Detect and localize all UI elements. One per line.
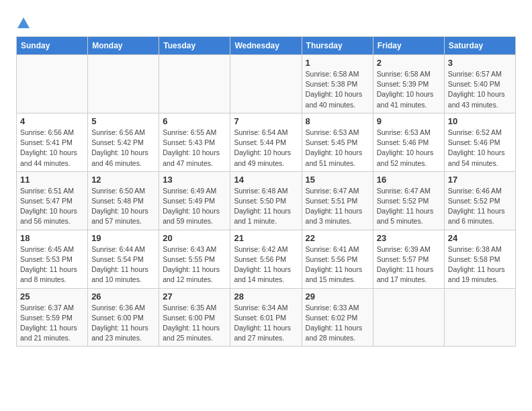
day-info: Sunrise: 6:45 AM Sunset: 5:53 PM Dayligh…	[20, 244, 84, 285]
calendar-cell: 13Sunrise: 6:49 AM Sunset: 5:49 PM Dayli…	[159, 171, 230, 230]
day-number: 18	[20, 233, 84, 243]
day-number: 26	[91, 291, 155, 302]
day-info: Sunrise: 6:50 AM Sunset: 5:48 PM Dayligh…	[91, 186, 155, 227]
calendar-week-row: 4Sunrise: 6:56 AM Sunset: 5:41 PM Daylig…	[17, 113, 516, 171]
day-info: Sunrise: 6:56 AM Sunset: 5:41 PM Dayligh…	[20, 128, 84, 169]
calendar-cell: 19Sunrise: 6:44 AM Sunset: 5:54 PM Dayli…	[88, 230, 159, 288]
calendar-cell: 16Sunrise: 6:47 AM Sunset: 5:52 PM Dayli…	[373, 171, 444, 230]
day-info: Sunrise: 6:58 AM Sunset: 5:38 PM Dayligh…	[306, 69, 369, 110]
day-number: 23	[377, 233, 441, 243]
day-number: 15	[306, 175, 369, 185]
day-number: 6	[163, 116, 226, 126]
header-day: Tuesday	[159, 37, 230, 55]
header	[16, 13, 516, 31]
calendar-cell	[159, 55, 230, 113]
header-day: Friday	[373, 37, 444, 55]
day-info: Sunrise: 6:39 AM Sunset: 5:57 PM Dayligh…	[377, 244, 441, 285]
calendar-cell: 21Sunrise: 6:42 AM Sunset: 5:56 PM Dayli…	[230, 230, 302, 288]
logo-icon	[16, 16, 31, 31]
day-number: 22	[306, 233, 369, 243]
calendar-cell: 7Sunrise: 6:54 AM Sunset: 5:44 PM Daylig…	[230, 113, 302, 171]
header-day: Thursday	[302, 37, 373, 55]
calendar-cell	[444, 288, 515, 347]
day-number: 25	[20, 291, 84, 302]
calendar-week-row: 18Sunrise: 6:45 AM Sunset: 5:53 PM Dayli…	[17, 230, 516, 288]
svg-marker-0	[17, 17, 30, 28]
day-number: 28	[234, 291, 298, 302]
calendar-cell: 25Sunrise: 6:37 AM Sunset: 5:59 PM Dayli…	[17, 288, 88, 347]
calendar-cell: 18Sunrise: 6:45 AM Sunset: 5:53 PM Dayli…	[17, 230, 88, 288]
calendar-cell: 26Sunrise: 6:36 AM Sunset: 6:00 PM Dayli…	[88, 288, 159, 347]
calendar-cell	[230, 55, 302, 113]
day-info: Sunrise: 6:57 AM Sunset: 5:40 PM Dayligh…	[448, 69, 512, 110]
day-info: Sunrise: 6:53 AM Sunset: 5:45 PM Dayligh…	[306, 128, 369, 169]
day-info: Sunrise: 6:53 AM Sunset: 5:46 PM Dayligh…	[377, 128, 441, 169]
day-number: 14	[234, 175, 298, 185]
day-number: 1	[306, 58, 369, 68]
day-info: Sunrise: 6:58 AM Sunset: 5:39 PM Dayligh…	[377, 69, 441, 110]
day-number: 13	[163, 175, 226, 185]
day-info: Sunrise: 6:56 AM Sunset: 5:42 PM Dayligh…	[91, 128, 155, 169]
calendar-cell: 8Sunrise: 6:53 AM Sunset: 5:45 PM Daylig…	[302, 113, 373, 171]
day-info: Sunrise: 6:44 AM Sunset: 5:54 PM Dayligh…	[91, 244, 155, 285]
day-info: Sunrise: 6:55 AM Sunset: 5:43 PM Dayligh…	[163, 128, 226, 169]
day-info: Sunrise: 6:34 AM Sunset: 6:01 PM Dayligh…	[234, 303, 298, 344]
day-number: 7	[234, 116, 298, 126]
calendar-cell: 17Sunrise: 6:46 AM Sunset: 5:52 PM Dayli…	[444, 171, 515, 230]
logo	[16, 16, 34, 31]
calendar-header: SundayMondayTuesdayWednesdayThursdayFrid…	[17, 37, 516, 55]
calendar-week-row: 25Sunrise: 6:37 AM Sunset: 5:59 PM Dayli…	[17, 288, 516, 347]
calendar-cell: 6Sunrise: 6:55 AM Sunset: 5:43 PM Daylig…	[159, 113, 230, 171]
calendar-cell: 23Sunrise: 6:39 AM Sunset: 5:57 PM Dayli…	[373, 230, 444, 288]
day-number: 20	[163, 233, 226, 243]
header-day: Sunday	[17, 37, 88, 55]
calendar-cell: 9Sunrise: 6:53 AM Sunset: 5:46 PM Daylig…	[373, 113, 444, 171]
day-info: Sunrise: 6:41 AM Sunset: 5:56 PM Dayligh…	[306, 244, 369, 285]
day-number: 19	[91, 233, 155, 243]
day-number: 3	[448, 58, 512, 68]
day-number: 9	[377, 116, 441, 126]
calendar-cell: 3Sunrise: 6:57 AM Sunset: 5:40 PM Daylig…	[444, 55, 515, 113]
calendar-cell: 15Sunrise: 6:47 AM Sunset: 5:51 PM Dayli…	[302, 171, 373, 230]
calendar-cell: 24Sunrise: 6:38 AM Sunset: 5:58 PM Dayli…	[444, 230, 515, 288]
header-day: Saturday	[444, 37, 515, 55]
calendar-cell: 28Sunrise: 6:34 AM Sunset: 6:01 PM Dayli…	[230, 288, 302, 347]
calendar-cell: 10Sunrise: 6:52 AM Sunset: 5:46 PM Dayli…	[444, 113, 515, 171]
day-info: Sunrise: 6:49 AM Sunset: 5:49 PM Dayligh…	[163, 186, 226, 227]
calendar-cell	[88, 55, 159, 113]
calendar-cell: 29Sunrise: 6:33 AM Sunset: 6:02 PM Dayli…	[302, 288, 373, 347]
day-info: Sunrise: 6:43 AM Sunset: 5:55 PM Dayligh…	[163, 244, 226, 285]
calendar-cell: 11Sunrise: 6:51 AM Sunset: 5:47 PM Dayli…	[17, 171, 88, 230]
day-number: 5	[91, 116, 155, 126]
day-number: 27	[163, 291, 226, 302]
calendar-cell	[17, 55, 88, 113]
day-info: Sunrise: 6:51 AM Sunset: 5:47 PM Dayligh…	[20, 186, 84, 227]
day-info: Sunrise: 6:38 AM Sunset: 5:58 PM Dayligh…	[448, 244, 512, 285]
calendar-week-row: 1Sunrise: 6:58 AM Sunset: 5:38 PM Daylig…	[17, 55, 516, 113]
day-number: 29	[306, 291, 369, 302]
day-info: Sunrise: 6:47 AM Sunset: 5:51 PM Dayligh…	[306, 186, 369, 227]
day-info: Sunrise: 6:33 AM Sunset: 6:02 PM Dayligh…	[306, 303, 369, 344]
calendar-cell: 14Sunrise: 6:48 AM Sunset: 5:50 PM Dayli…	[230, 171, 302, 230]
header-day: Wednesday	[230, 37, 302, 55]
day-number: 2	[377, 58, 441, 68]
day-number: 17	[448, 175, 512, 185]
calendar-cell: 1Sunrise: 6:58 AM Sunset: 5:38 PM Daylig…	[302, 55, 373, 113]
calendar-table: SundayMondayTuesdayWednesdayThursdayFrid…	[16, 36, 516, 347]
calendar-cell: 22Sunrise: 6:41 AM Sunset: 5:56 PM Dayli…	[302, 230, 373, 288]
day-number: 4	[20, 116, 84, 126]
day-number: 16	[377, 175, 441, 185]
day-info: Sunrise: 6:52 AM Sunset: 5:46 PM Dayligh…	[448, 128, 512, 169]
day-info: Sunrise: 6:48 AM Sunset: 5:50 PM Dayligh…	[234, 186, 298, 227]
day-number: 8	[306, 116, 369, 126]
calendar-cell: 2Sunrise: 6:58 AM Sunset: 5:39 PM Daylig…	[373, 55, 444, 113]
calendar-cell: 27Sunrise: 6:35 AM Sunset: 6:00 PM Dayli…	[159, 288, 230, 347]
calendar-cell: 5Sunrise: 6:56 AM Sunset: 5:42 PM Daylig…	[88, 113, 159, 171]
day-info: Sunrise: 6:46 AM Sunset: 5:52 PM Dayligh…	[448, 186, 512, 227]
calendar-body: 1Sunrise: 6:58 AM Sunset: 5:38 PM Daylig…	[17, 55, 516, 347]
day-info: Sunrise: 6:35 AM Sunset: 6:00 PM Dayligh…	[163, 303, 226, 344]
calendar-cell: 20Sunrise: 6:43 AM Sunset: 5:55 PM Dayli…	[159, 230, 230, 288]
calendar-week-row: 11Sunrise: 6:51 AM Sunset: 5:47 PM Dayli…	[17, 171, 516, 230]
header-row: SundayMondayTuesdayWednesdayThursdayFrid…	[17, 37, 516, 55]
day-info: Sunrise: 6:54 AM Sunset: 5:44 PM Dayligh…	[234, 128, 298, 169]
